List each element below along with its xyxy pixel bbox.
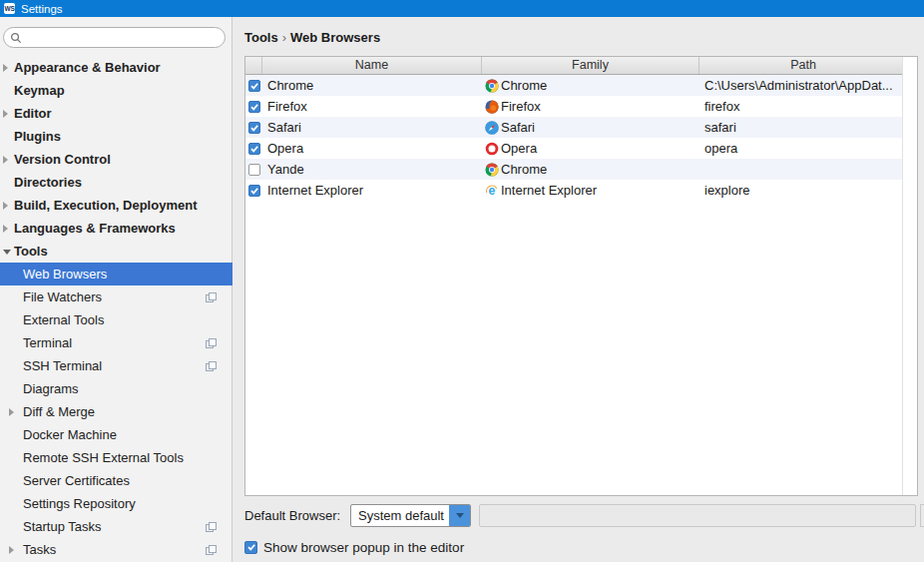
- browser-family-label: Internet Explorer: [501, 183, 597, 198]
- default-browser-label: Default Browser:: [244, 503, 340, 528]
- chevron-right-icon[interactable]: [3, 225, 8, 233]
- sidebar-item-label: File Watchers: [0, 289, 102, 304]
- default-browser-value: System default: [351, 505, 449, 526]
- browser-row-safari[interactable]: Safari Safarisafari: [245, 117, 902, 138]
- default-browser-select[interactable]: System default: [350, 504, 471, 527]
- sidebar-item-remote-ssh-external-tools[interactable]: Remote SSH External Tools: [0, 446, 232, 469]
- check-icon: [249, 186, 259, 196]
- browser-path-field: [479, 504, 916, 527]
- browsers-table: Name Family Path Chrome ChromeC:\Users\A…: [244, 56, 918, 496]
- browser-enabled-checkbox[interactable]: [248, 101, 260, 113]
- sidebar-item-docker-machine[interactable]: Docker Machine: [0, 423, 232, 446]
- browser-path-cell: safari: [699, 120, 902, 135]
- table-header-row: Name Family Path: [245, 57, 902, 75]
- sidebar-item-terminal[interactable]: Terminal: [0, 331, 232, 354]
- settings-search-box[interactable]: [3, 27, 226, 48]
- sidebar-item-tasks[interactable]: Tasks: [0, 538, 232, 561]
- shared-settings-icon: [206, 338, 215, 347]
- show-popup-checkbox[interactable]: [244, 541, 257, 554]
- browser-family-cell: eInternet Explorer: [482, 183, 699, 198]
- browser-path-cell: firefox: [699, 99, 902, 114]
- show-popup-label: Show browser popup in the editor: [263, 540, 464, 555]
- sidebar-item-label: Docker Machine: [0, 427, 117, 442]
- sidebar-item-web-browsers[interactable]: Web Browsers: [0, 263, 232, 285]
- chevron-right-icon[interactable]: [3, 110, 8, 118]
- sidebar-item-directories[interactable]: Directories: [0, 171, 232, 194]
- sidebar-item-version-control[interactable]: Version Control: [0, 148, 232, 171]
- check-icon: [249, 123, 259, 133]
- page-title: Web Browsers: [290, 30, 380, 45]
- table-body: Chrome ChromeC:\Users\Administrator\AppD…: [245, 75, 917, 201]
- browser-family-label: Chrome: [501, 78, 547, 93]
- search-icon: [10, 32, 22, 44]
- settings-tree: Appearance & BehaviorKeymapEditorPlugins…: [0, 56, 232, 561]
- browser-name-cell: Internet Explorer: [262, 183, 482, 198]
- sidebar-item-diagrams[interactable]: Diagrams: [0, 377, 232, 400]
- sidebar-item-appearance-behavior[interactable]: Appearance & Behavior: [0, 56, 232, 79]
- browse-button[interactable]: [920, 504, 924, 527]
- webstorm-app-icon: WS: [4, 3, 15, 14]
- sidebar-item-editor[interactable]: Editor: [0, 102, 232, 125]
- sidebar-item-startup-tasks[interactable]: Startup Tasks: [0, 515, 232, 538]
- browser-row-internet-explorer[interactable]: Internet Explorer eInternet Exploreriexp…: [245, 180, 902, 201]
- shared-settings-icon: [206, 545, 215, 554]
- default-browser-row: Default Browser: System default: [233, 503, 924, 528]
- window-titlebar: WS Settings: [0, 0, 924, 17]
- browser-row-opera[interactable]: Opera Operaopera: [245, 138, 902, 159]
- sidebar-item-settings-repository[interactable]: Settings Repository: [0, 492, 232, 515]
- chrome-icon: [485, 79, 499, 93]
- sidebar-item-file-watchers[interactable]: File Watchers: [0, 285, 232, 308]
- dropdown-button[interactable]: [449, 505, 470, 526]
- settings-content: Tools›Web Browsers Name Family Path Chro…: [233, 17, 924, 562]
- chevron-right-icon[interactable]: [9, 408, 14, 416]
- sidebar-item-label: Diff & Merge: [0, 404, 95, 419]
- column-header-name[interactable]: Name: [262, 57, 482, 74]
- sidebar-item-label: Build, Execution, Deployment: [0, 198, 197, 213]
- column-header-path[interactable]: Path: [699, 57, 902, 74]
- safari-icon: [485, 121, 499, 135]
- browser-enabled-checkbox[interactable]: [248, 122, 260, 134]
- chevron-right-icon[interactable]: [3, 64, 8, 72]
- browser-family-label: Opera: [501, 141, 537, 156]
- browser-name-cell: Yande: [262, 162, 482, 177]
- sidebar-item-build-execution-deployment[interactable]: Build, Execution, Deployment: [0, 194, 232, 217]
- sidebar-item-label: Startup Tasks: [0, 519, 102, 534]
- chevron-right-icon[interactable]: [3, 156, 8, 164]
- vertical-scrollbar[interactable]: [902, 57, 917, 495]
- browser-family-label: Chrome: [501, 162, 547, 177]
- opera-icon: [485, 142, 499, 156]
- sidebar-item-server-certificates[interactable]: Server Certificates: [0, 469, 232, 492]
- check-icon: [249, 81, 259, 91]
- sidebar-item-label: Diagrams: [0, 381, 79, 396]
- browser-family-cell: Chrome: [482, 162, 699, 177]
- column-header-checkbox[interactable]: [245, 57, 262, 74]
- sidebar-item-languages-frameworks[interactable]: Languages & Frameworks: [0, 217, 232, 240]
- browser-name-cell: Firefox: [262, 99, 482, 114]
- browser-enabled-checkbox[interactable]: [248, 164, 260, 176]
- chevron-right-icon[interactable]: [9, 546, 14, 554]
- browser-row-yande[interactable]: Yande Chrome: [245, 159, 902, 180]
- chevron-down-icon[interactable]: [3, 250, 11, 255]
- sidebar-item-plugins[interactable]: Plugins: [0, 125, 232, 148]
- sidebar-item-keymap[interactable]: Keymap: [0, 79, 232, 102]
- sidebar-item-external-tools[interactable]: External Tools: [0, 308, 232, 331]
- browser-path-cell: opera: [699, 141, 902, 156]
- browser-enabled-checkbox[interactable]: [248, 143, 260, 155]
- browser-path-cell: C:\Users\Administrator\AppDat...: [699, 78, 902, 93]
- browser-row-chrome[interactable]: Chrome ChromeC:\Users\Administrator\AppD…: [245, 75, 902, 96]
- chevron-right-icon[interactable]: [3, 202, 8, 210]
- browser-enabled-checkbox[interactable]: [248, 185, 260, 197]
- search-input[interactable]: [22, 29, 225, 46]
- sidebar-item-label: Plugins: [0, 129, 61, 144]
- browser-family-label: Safari: [501, 120, 535, 135]
- browser-family-cell: Opera: [482, 141, 699, 156]
- sidebar-item-tools[interactable]: Tools: [0, 240, 232, 263]
- browser-enabled-checkbox[interactable]: [248, 80, 260, 92]
- browser-row-firefox[interactable]: Firefox Firefoxfirefox: [245, 96, 902, 117]
- sidebar-item-label: Remote SSH External Tools: [0, 450, 184, 465]
- sidebar-item-ssh-terminal[interactable]: SSH Terminal: [0, 354, 232, 377]
- sidebar-item-label: Settings Repository: [0, 496, 136, 511]
- column-header-family[interactable]: Family: [482, 57, 699, 74]
- browser-family-cell: Safari: [482, 120, 699, 135]
- sidebar-item-diff-merge[interactable]: Diff & Merge: [0, 400, 232, 423]
